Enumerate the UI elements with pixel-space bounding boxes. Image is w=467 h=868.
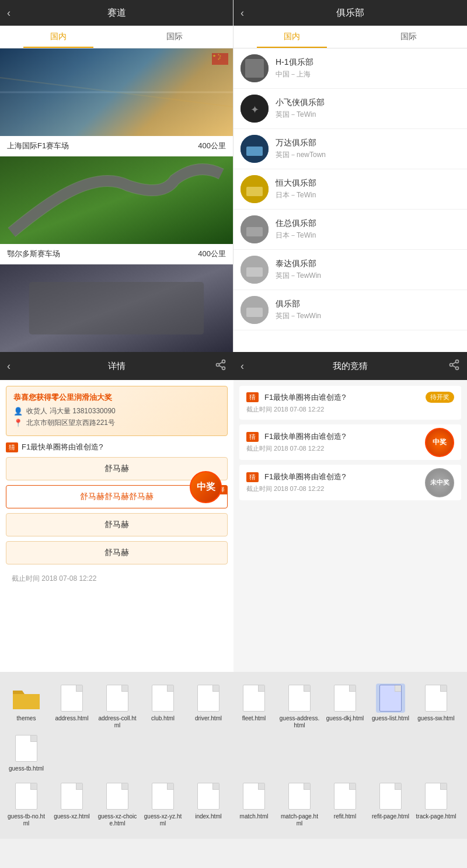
file-guess-xz-choice[interactable]: guess-xz-choice.html (97, 782, 138, 827)
file-icon (194, 684, 223, 713)
guess-list-item-won[interactable]: 猜 F1最快单圈将由谁创造? 截止时间 2018 07-08 12:22 中奖 (239, 424, 461, 460)
file-icon (103, 684, 132, 713)
file-guess-tb[interactable]: guess-tb.html (6, 734, 47, 772)
club-sub-3: 英国－newTown (276, 150, 326, 160)
svg-point-29 (217, 364, 219, 367)
club-info-2: 小飞侠俱乐部 英国－TeWin (276, 97, 325, 120)
file-track-page[interactable]: track-page.html (416, 782, 456, 827)
doc-icon (106, 685, 128, 712)
svg-point-28 (222, 360, 225, 363)
file-guess-dkj[interactable]: guess-dkj.html (325, 684, 365, 729)
doc-icon (288, 783, 311, 810)
file-guess-list[interactable]: guess-list.html (370, 684, 411, 729)
club-item[interactable]: 恒大俱乐部 日本－TeWin (234, 169, 467, 210)
prize-title: 恭喜您获得零公里润滑油大奖 (13, 392, 220, 403)
club-name-1: H-1俱乐部 (276, 57, 313, 68)
file-address-coll[interactable]: address-coll.html (97, 684, 138, 729)
detail-back-button[interactable]: ‹ (7, 360, 11, 372)
club-tab-domestic[interactable]: 国内 (234, 26, 350, 48)
club-item[interactable]: 泰达俱乐部 英国－TewWin (234, 250, 467, 290)
track-tab-domestic[interactable]: 国内 (0, 26, 117, 48)
track-item[interactable]: 上海国际F1赛车场 400公里 (0, 48, 233, 156)
file-guess-address[interactable]: guess-address.html (279, 684, 320, 729)
file-club[interactable]: club.html (142, 684, 183, 729)
club-item[interactable]: 住总俱乐部 日本－TeWin (234, 210, 467, 250)
track-visual-2 (0, 156, 233, 244)
svg-line-37 (452, 362, 456, 364)
file-icon (285, 684, 314, 713)
club-item[interactable]: H-1俱乐部 中国－上海 (234, 48, 467, 89)
doc-icon (15, 735, 37, 762)
file-guess-xz-choice-label: guess-xz-choice.html (97, 813, 138, 827)
track-item[interactable]: 鄂尔多斯赛车场 400公里 (0, 156, 233, 264)
guess-item-badge-won: 猜 (246, 432, 259, 442)
club-item[interactable]: 俱乐部 英国－TewWin (234, 290, 467, 330)
file-guess-xz[interactable]: guess-xz.html (51, 782, 92, 827)
guess-back-button[interactable]: ‹ (241, 360, 244, 372)
win-badge: 中奖 (190, 471, 222, 503)
guess-share-button[interactable] (448, 359, 460, 373)
svg-rect-27 (246, 308, 263, 317)
file-refit[interactable]: refit.html (325, 782, 365, 827)
doc-icon (243, 783, 265, 810)
track-image-3 (0, 264, 233, 352)
club-sub-2: 英国－TeWin (276, 110, 325, 120)
file-fleet[interactable]: fleet.html (234, 684, 274, 729)
track-info-2: 鄂尔多斯赛车场 400公里 (0, 244, 233, 264)
club-sub-5: 日本－TeWin (276, 231, 316, 240)
file-icon (285, 782, 314, 811)
guess-item-question-lost: F1最快单圈将由谁创造? (264, 472, 346, 482)
file-guess-tb-no[interactable]: guess-tb-no.html (6, 782, 47, 827)
detail-share-button[interactable] (215, 359, 226, 373)
guess-item-badge-lost: 猜 (246, 472, 259, 482)
won-text: 中奖 (433, 437, 447, 447)
detail-panel: 恭喜您获得零公里润滑油大奖 👤 收货人 冯大量 13810330090 📍 北京… (0, 380, 234, 672)
file-icon (12, 782, 41, 811)
answer-option-4[interactable]: 舒马赫 (6, 541, 228, 564)
club-back-button[interactable]: ‹ (241, 7, 244, 19)
file-address[interactable]: address.html (51, 684, 92, 729)
svg-point-34 (450, 364, 453, 367)
track-panel: ‹ 赛道 国内 国际 (0, 0, 234, 352)
club-panel-header: ‹ 俱乐部 (234, 0, 467, 26)
club-sub-7: 英国－TewWin (276, 311, 321, 321)
guess-list-item-lost[interactable]: 猜 F1最快单圈将由谁创造? 截止时间 2018 07-08 12:22 未中奖 (239, 465, 461, 500)
file-match-page[interactable]: match-page.html (279, 782, 320, 827)
club-info-1: H-1俱乐部 中国－上海 (276, 57, 313, 79)
track-panel-header: ‹ 赛道 (0, 0, 233, 26)
track-list: 上海国际F1赛车场 400公里 鄂尔多斯赛车场 400公里 (0, 48, 233, 352)
file-guess-xz-yz[interactable]: guess-xz-yz.html (142, 782, 183, 827)
club-tab-international[interactable]: 国际 (350, 26, 467, 48)
file-driver[interactable]: driver.html (188, 684, 229, 729)
svg-line-31 (219, 365, 222, 367)
guess-header-item: 猜 F1最快单圈将由谁创造? 待开奖 截止时间 2018 07-08 12:22 (239, 386, 461, 420)
club-name-6: 泰达俱乐部 (276, 259, 321, 269)
track-back-button[interactable]: ‹ (7, 7, 11, 19)
file-guess-sw[interactable]: guess-sw.html (416, 684, 456, 729)
doc-icon (152, 685, 174, 712)
guess-header-deadline: 截止时间 2018 07-08 12:22 (246, 405, 454, 414)
track-panel-title: 赛道 (107, 7, 126, 19)
track-item[interactable] (0, 264, 233, 352)
folder-themes[interactable]: themes (6, 684, 47, 729)
bottom-section: 恭喜您获得零公里润滑油大奖 👤 收货人 冯大量 13810330090 📍 北京… (0, 380, 467, 672)
file-match[interactable]: match.html (234, 782, 274, 827)
question-label: 猜 F1最快单圈将由谁创造? (6, 442, 228, 452)
club-info-3: 万达俱乐部 英国－newTown (276, 138, 326, 160)
doc-icon (334, 783, 356, 810)
track-tab-international[interactable]: 国际 (117, 26, 234, 48)
answer-option-3[interactable]: 舒马赫 (6, 513, 228, 536)
file-refit-page[interactable]: refit-page.html (370, 782, 411, 827)
club-panel-title: 俱乐部 (336, 7, 364, 19)
club-item[interactable]: 万达俱乐部 英国－newTown (234, 129, 467, 169)
guess-header-row: 猜 F1最快单圈将由谁创造? 待开奖 (246, 392, 454, 403)
doc-icon (379, 783, 402, 810)
club-list: H-1俱乐部 中国－上海 ✦ 小飞侠俱乐部 英国－TeWin 万达俱乐部 (234, 48, 467, 330)
club-tab-bar: 国内 国际 (234, 26, 467, 48)
club-item[interactable]: ✦ 小飞侠俱乐部 英国－TeWin (234, 89, 467, 129)
file-index[interactable]: index.html (188, 782, 229, 827)
club-name-3: 万达俱乐部 (276, 138, 326, 148)
club-avatar-2: ✦ (241, 95, 269, 123)
doc-icon (61, 783, 83, 810)
doc-icon (197, 685, 219, 712)
